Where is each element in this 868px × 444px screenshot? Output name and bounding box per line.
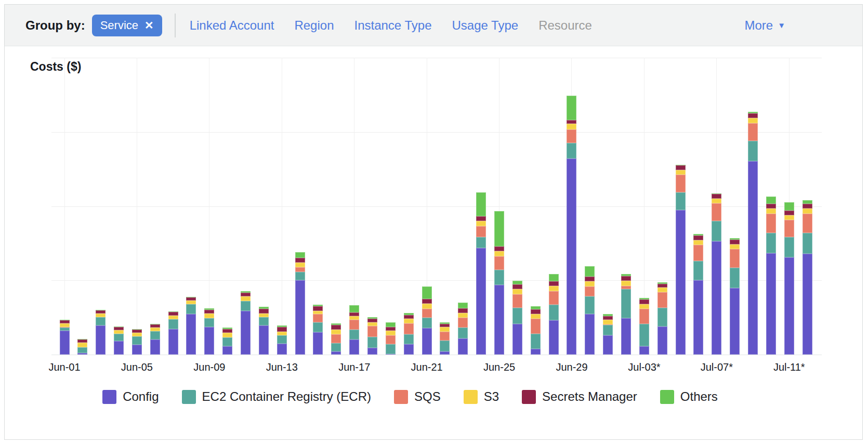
bar-segment-jul-11[interactable] — [784, 257, 794, 355]
bar-segment-jun-23[interactable] — [458, 328, 468, 338]
bar-segment-jun-18[interactable] — [367, 319, 377, 322]
bar-segment-jun-23[interactable] — [458, 308, 468, 313]
bar-segment-jun-30[interactable] — [585, 286, 595, 296]
bar-segment-jun-16[interactable] — [331, 323, 341, 325]
bar-segment-jun-02[interactable] — [77, 339, 87, 339]
bar-segment-jul-08[interactable] — [730, 240, 740, 244]
bar-segment-jul-06[interactable] — [693, 261, 703, 280]
bar-segment-jul-06[interactable] — [693, 236, 703, 240]
bar-segment-jun-01[interactable] — [60, 328, 70, 331]
bar-segment-jun-30[interactable] — [585, 314, 595, 355]
bar-segment-jun-20[interactable] — [404, 313, 414, 315]
bar-segment-jun-07[interactable] — [168, 319, 178, 329]
bar-segment-jul-02[interactable] — [621, 289, 631, 318]
bar-segment-jun-05[interactable] — [132, 345, 142, 355]
bar-segment-jun-21[interactable] — [422, 304, 432, 309]
bar-segment-jun-22[interactable] — [440, 332, 450, 341]
bar-segment-jun-27[interactable] — [531, 314, 541, 319]
bar-segment-jun-04[interactable] — [114, 334, 124, 341]
bar-segment-jun-25[interactable] — [494, 256, 504, 270]
bar-segment-jul-03[interactable] — [639, 299, 649, 304]
bar-segment-jul-07[interactable] — [712, 194, 721, 199]
bar-segment-jul-11[interactable] — [784, 220, 794, 237]
bar-segment-jun-03[interactable] — [96, 317, 106, 325]
bar-segment-jul-12[interactable] — [803, 208, 812, 214]
bar-segment-jul-11[interactable] — [784, 202, 794, 211]
bar-segment-jun-01[interactable] — [60, 323, 70, 327]
bar-segment-jun-29[interactable] — [567, 124, 576, 129]
bar-segment-jul-12[interactable] — [803, 233, 812, 254]
bar-segment-jun-23[interactable] — [458, 338, 468, 355]
bar-segment-jun-26[interactable] — [512, 324, 522, 355]
bar-segment-jun-22[interactable] — [440, 351, 450, 355]
legend-item[interactable]: Config — [102, 389, 159, 404]
bar-segment-jul-01[interactable] — [603, 335, 613, 355]
bar-segment-jul-07[interactable] — [712, 221, 721, 241]
bar-segment-jul-12[interactable] — [803, 204, 812, 208]
bar-segment-jun-13[interactable] — [277, 325, 287, 327]
bar-segment-jul-10[interactable] — [766, 204, 776, 208]
bar-segment-jun-19[interactable] — [386, 335, 396, 344]
legend-item[interactable]: Secrets Manager — [522, 389, 637, 404]
bar-segment-jun-01[interactable] — [60, 320, 70, 320]
bar-segment-jun-04[interactable] — [114, 327, 124, 327]
bar-segment-jun-06[interactable] — [150, 324, 160, 324]
bar-segment-jun-03[interactable] — [96, 314, 106, 317]
bar-segment-jun-29[interactable] — [567, 159, 576, 355]
bar-segment-jun-12[interactable] — [259, 314, 269, 317]
more-dropdown[interactable]: More ▼ — [744, 18, 785, 33]
bar-segment-jun-13[interactable] — [277, 335, 287, 344]
bar-segment-jun-18[interactable] — [367, 317, 377, 319]
bar-segment-jun-21[interactable] — [422, 328, 432, 355]
bar-segment-jun-06[interactable] — [150, 331, 160, 339]
bar-segment-jun-05[interactable] — [132, 330, 142, 333]
bar-segment-jun-19[interactable] — [386, 344, 396, 354]
bar-segment-jul-06[interactable] — [693, 280, 703, 355]
bar-segment-jul-02[interactable] — [621, 274, 631, 276]
bar-segment-jun-11[interactable] — [241, 296, 251, 301]
bar-segment-jul-06[interactable] — [693, 234, 703, 236]
bar-segment-jun-12[interactable] — [259, 309, 269, 314]
bar-segment-jun-02[interactable] — [77, 339, 87, 343]
bar-segment-jul-01[interactable] — [603, 320, 613, 324]
bar-segment-jul-05[interactable] — [676, 192, 686, 210]
bar-segment-jul-04[interactable] — [657, 292, 667, 308]
bar-segment-jul-01[interactable] — [603, 316, 613, 320]
bar-segment-jul-10[interactable] — [766, 208, 776, 214]
bar-segment-jun-21[interactable] — [422, 299, 432, 304]
bar-segment-jun-15[interactable] — [313, 306, 323, 311]
bar-segment-jun-28[interactable] — [549, 320, 559, 355]
bar-segment-jun-17[interactable] — [349, 339, 359, 355]
bar-segment-jul-05[interactable] — [676, 210, 686, 355]
bar-segment-jun-05[interactable] — [132, 336, 142, 345]
bar-segment-jun-22[interactable] — [440, 324, 450, 327]
bar-segment-jun-19[interactable] — [386, 354, 396, 355]
bar-segment-jul-09[interactable] — [748, 113, 758, 118]
bar-segment-jun-23[interactable] — [458, 313, 468, 318]
bar-segment-jun-19[interactable] — [386, 322, 396, 327]
bar-segment-jun-28[interactable] — [549, 291, 559, 305]
bar-segment-jun-13[interactable] — [277, 332, 287, 335]
bar-segment-jun-16[interactable] — [331, 351, 341, 355]
bar-segment-jun-12[interactable] — [259, 307, 269, 309]
bar-segment-jun-30[interactable] — [585, 281, 595, 286]
bar-segment-jun-15[interactable] — [313, 305, 323, 306]
bar-segment-jun-08[interactable] — [186, 297, 196, 297]
bar-segment-jun-09[interactable] — [204, 308, 214, 310]
bar-segment-jun-29[interactable] — [567, 129, 576, 143]
bar-segment-jun-09[interactable] — [204, 318, 214, 327]
bar-segment-jun-11[interactable] — [241, 301, 251, 311]
bar-segment-jun-21[interactable] — [422, 286, 432, 299]
bar-segment-jun-11[interactable] — [241, 293, 251, 296]
bar-segment-jun-23[interactable] — [458, 318, 468, 328]
bar-segment-jun-18[interactable] — [367, 337, 377, 348]
bar-segment-jun-18[interactable] — [367, 326, 377, 337]
bar-segment-jul-12[interactable] — [803, 200, 812, 204]
bar-segment-jun-26[interactable] — [512, 284, 522, 289]
bar-segment-jul-02[interactable] — [621, 286, 631, 289]
bar-segment-jul-05[interactable] — [676, 170, 686, 175]
bar-segment-jul-08[interactable] — [730, 288, 740, 355]
bar-segment-jun-21[interactable] — [422, 318, 432, 328]
bar-segment-jul-12[interactable] — [803, 214, 812, 233]
bar-segment-jul-04[interactable] — [657, 282, 667, 284]
